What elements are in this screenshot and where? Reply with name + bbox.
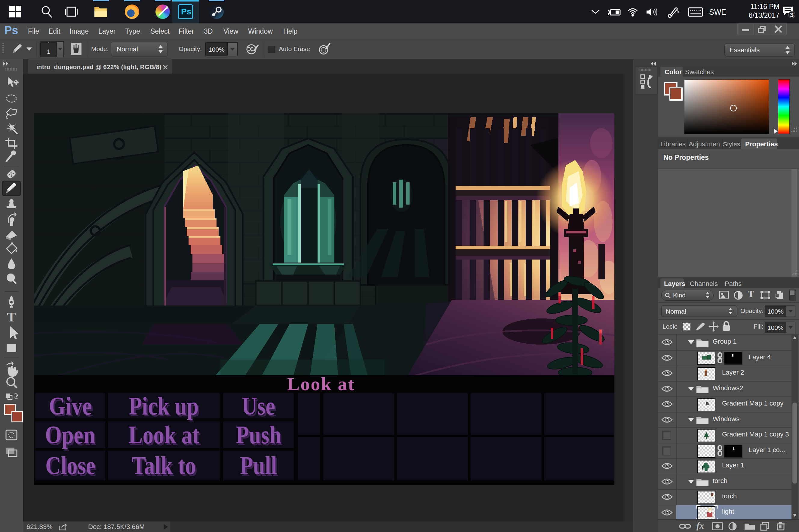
svg-text:3: 3 xyxy=(790,11,794,19)
svg-text:T: T xyxy=(7,310,16,324)
